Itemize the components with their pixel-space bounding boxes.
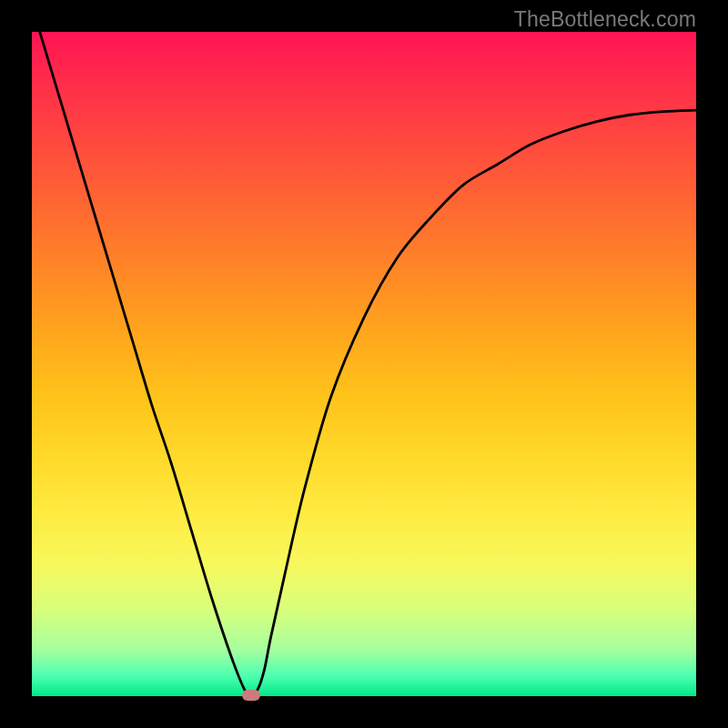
curve-layer [32, 32, 696, 696]
chart-frame: TheBottleneck.com [0, 0, 728, 728]
minimum-marker [242, 690, 260, 701]
plot-area [32, 32, 696, 696]
watermark-text: TheBottleneck.com [514, 7, 696, 32]
bottleneck-curve [32, 5, 696, 696]
